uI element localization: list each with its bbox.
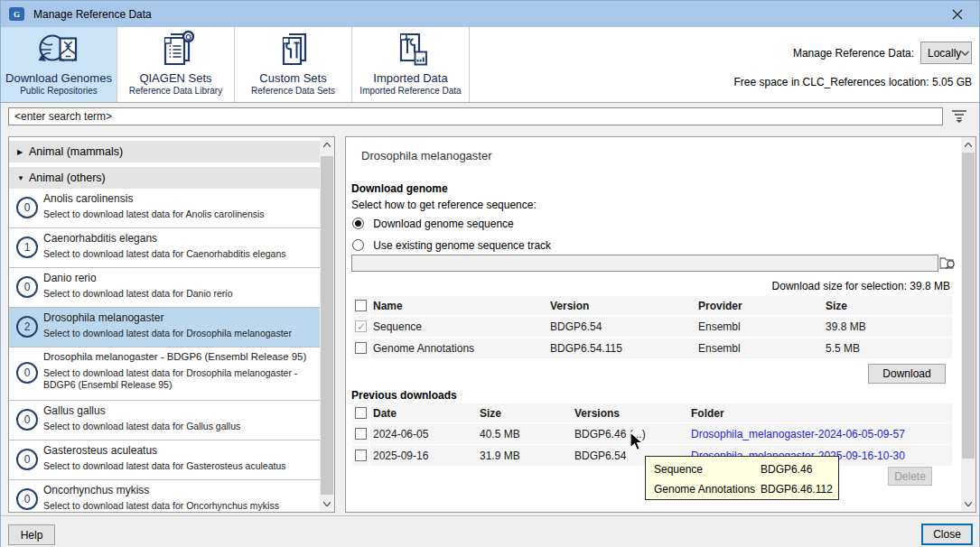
list-item-danio[interactable]: 0 Danio rerio Select to download latest … xyxy=(9,268,321,308)
help-button[interactable]: Help xyxy=(8,524,55,545)
free-space-label: Free space in CLC_References location: 5… xyxy=(734,76,972,88)
item-title: Anolis carolinensis xyxy=(43,192,133,205)
track-input[interactable] xyxy=(351,255,938,272)
scroll-thumb[interactable] xyxy=(962,153,975,459)
radio-download-genome[interactable]: Download genome sequence xyxy=(352,218,514,230)
title-bar: G Manage Reference Data xyxy=(1,1,979,27)
item-title: Gallus gallus xyxy=(43,404,106,417)
download-genome-heading: Download genome xyxy=(351,182,448,195)
item-subtitle: Select to download latest data for Droso… xyxy=(43,367,314,391)
item-subtitle: Select to download latest data for Caeno… xyxy=(43,248,314,260)
item-subtitle: Select to download latest data for Anoli… xyxy=(43,209,314,220)
cell-version: BDGP6.54.115 xyxy=(550,342,622,355)
list-item-gallus[interactable]: 0 Gallus gallus Select to download lates… xyxy=(9,401,321,440)
expanded-arrow-icon: ▼ xyxy=(17,174,25,182)
list-item-drosophila-selected[interactable]: 2 Drosophila melanogaster Select to down… xyxy=(9,308,321,348)
tab-download-genomes[interactable]: Download Genomes Public Repositories xyxy=(1,27,117,102)
tab-sublabel: Public Repositories xyxy=(20,86,98,96)
cell-version: BDGP6.54 xyxy=(550,320,602,333)
scroll-thumb[interactable] xyxy=(321,156,333,495)
cell-provider: Ensembl xyxy=(698,342,741,355)
tab-qiagen-sets[interactable]: Q QIAGEN Sets Reference Data Library xyxy=(117,27,235,102)
right-scrollbar[interactable] xyxy=(961,137,975,512)
radio-off-icon[interactable] xyxy=(352,239,364,251)
genome-list-panel: ▶ Animal (mammals) ▼ Animal (others) 0 A… xyxy=(8,136,335,513)
cell-versions: BDGP6.54 xyxy=(574,450,626,462)
footer: Help Close xyxy=(1,515,979,547)
close-icon xyxy=(952,9,963,20)
close-button[interactable]: Close xyxy=(921,524,973,545)
count-badge: 0 xyxy=(16,197,38,218)
prev-table-header-row: Date Size Versions Folder xyxy=(351,403,952,422)
cell-size: 39.8 MB xyxy=(826,320,866,333)
select-all-checkbox[interactable] xyxy=(355,407,367,419)
radio-use-existing[interactable]: Use existing genome sequence track xyxy=(352,239,551,252)
col-size: Size xyxy=(480,407,501,420)
count-badge: 1 xyxy=(16,236,38,258)
chevron-down-icon xyxy=(961,49,969,58)
item-title: Caenorhabditis elegans xyxy=(43,232,157,245)
left-scrollbar[interactable] xyxy=(320,137,334,512)
detail-title: Drosophila melanogaster xyxy=(361,149,492,162)
col-date: Date xyxy=(373,407,397,420)
list-item-drosophila-bdgp6[interactable]: 0 Drosophila melanogaster - BDGP6 (Ensem… xyxy=(9,348,321,401)
list-item-gasterosteus[interactable]: 0 Gasterosteus aculeatus Select to downl… xyxy=(9,440,321,480)
cell-date: 2025-09-16 xyxy=(373,450,428,462)
location-dropdown[interactable]: Locally xyxy=(920,42,972,64)
search-input[interactable] xyxy=(8,107,943,125)
browse-folder-icon[interactable] xyxy=(939,255,957,274)
tab-imported-data[interactable]: Imported Data Imported Reference Data xyxy=(352,27,470,102)
group-label: Animal (others) xyxy=(29,172,106,184)
download-button[interactable]: Download xyxy=(868,364,946,384)
group-animal-mammals[interactable]: ▶ Animal (mammals) xyxy=(9,141,321,162)
cell-date: 2024-06-05 xyxy=(373,428,428,440)
filter-icon[interactable] xyxy=(950,109,968,126)
app-icon: G xyxy=(9,7,24,21)
tooltip-label: Sequence xyxy=(654,463,703,476)
checkbox-unchecked[interactable] xyxy=(355,450,367,461)
manage-reference-data-window: G Manage Reference Data Download Genomes… xyxy=(0,0,980,547)
download-genomes-icon xyxy=(36,30,81,70)
list-item-oncorhynchus[interactable]: 0 Oncorhynchus mykiss Select to download… xyxy=(9,480,321,513)
location-value: Locally xyxy=(928,47,961,60)
scroll-down-icon[interactable] xyxy=(320,496,334,512)
cell-name: Genome Annotations xyxy=(373,342,474,355)
prev-table-row-1[interactable]: 2024-06-05 40.5 MB BDGP6.46 (...) Drosop… xyxy=(351,423,952,444)
tab-sublabel: Reference Data Sets xyxy=(251,86,335,96)
count-badge: 0 xyxy=(16,409,38,431)
versions-tooltip: Sequence BDGP6.46 Genome Annotations BDG… xyxy=(645,456,839,500)
tab-label: Download Genomes xyxy=(5,71,112,85)
count-badge: 0 xyxy=(16,488,38,510)
item-title: Drosophila melanogaster xyxy=(43,311,163,324)
radio-on-icon[interactable] xyxy=(352,218,364,229)
group-animal-others[interactable]: ▼ Animal (others) xyxy=(9,167,321,189)
toolbar: Download Genomes Public Repositories Q Q… xyxy=(1,27,979,103)
group-label: Animal (mammals) xyxy=(29,145,123,158)
tab-sublabel: Reference Data Library xyxy=(129,86,222,96)
manage-reference-data-label: Manage Reference Data: xyxy=(793,47,914,60)
col-versions: Versions xyxy=(574,407,620,420)
tab-custom-sets[interactable]: Custom Sets Reference Data Sets xyxy=(235,27,352,102)
mouse-cursor xyxy=(630,431,644,457)
checkbox-checked-disabled xyxy=(355,320,367,332)
scroll-up-icon[interactable] xyxy=(320,137,334,153)
list-item-anolis[interactable]: 0 Anolis carolinensis Select to download… xyxy=(9,189,321,228)
table-row-sequence[interactable]: Sequence BDGP6.54 Ensembl 39.8 MB xyxy=(351,316,952,337)
delete-button[interactable]: Delete xyxy=(888,467,932,486)
scroll-up-icon[interactable] xyxy=(961,137,975,153)
previous-downloads-heading: Previous downloads xyxy=(351,389,457,402)
checkbox-unchecked[interactable] xyxy=(355,342,367,354)
collapsed-arrow-icon: ▶ xyxy=(17,148,25,156)
imported-data-icon xyxy=(389,30,433,70)
table-row-annotations[interactable]: Genome Annotations BDGP6.54.115 Ensembl … xyxy=(351,338,952,358)
list-item-caenorhabditis[interactable]: 1 Caenorhabditis elegans Select to downl… xyxy=(9,228,321,268)
cell-provider: Ensembl xyxy=(698,320,741,333)
checkbox-unchecked[interactable] xyxy=(355,428,367,440)
scroll-down-icon[interactable] xyxy=(961,496,975,512)
select-all-checkbox[interactable] xyxy=(355,300,367,311)
item-subtitle: Select to download latest data for Gaste… xyxy=(43,460,314,472)
window-close-button[interactable] xyxy=(939,1,975,27)
col-version: Version xyxy=(550,300,589,312)
folder-link[interactable]: Drosophila_melanogaster-2024-06-05-09-57 xyxy=(691,428,905,440)
tab-label: Custom Sets xyxy=(259,71,326,85)
